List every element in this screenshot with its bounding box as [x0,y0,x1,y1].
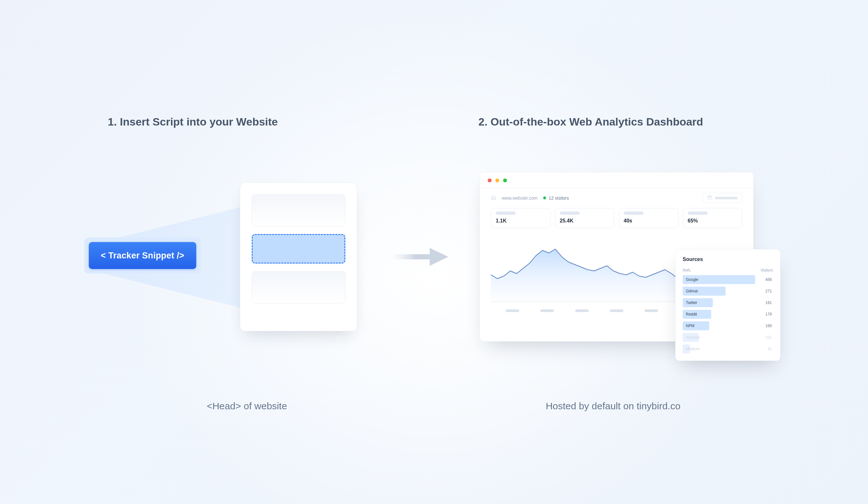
live-visitors: 12 visitors [543,195,569,201]
kpi-value: 25.4K [560,218,610,224]
kpi-label-placeholder [624,212,643,215]
sources-col-ref: Refs [683,268,691,273]
source-name: Twitter [683,301,697,305]
website-head-illustration [240,182,357,331]
caption-left: <Head> of website [207,401,287,412]
date-range-picker[interactable] [703,193,742,203]
sources-card: Sources Refs Visitors Google456GitHub271… [675,249,781,361]
source-name: NPM [683,324,694,328]
window-zoom-icon [503,179,507,182]
status-dot-icon [543,196,546,199]
kpi-card[interactable]: 40s [619,208,679,228]
kpi-card[interactable]: 25.4K [555,208,615,228]
kpi-value: 40s [624,218,674,224]
step-1-heading: 1. Insert Script into your Website [108,115,278,128]
page-row-placeholder [252,271,345,303]
caption-right: Hosted by default on tinybird.co [546,401,680,412]
xaxis-tick [575,310,589,312]
xaxis-tick [610,310,623,312]
source-row[interactable]: NPM168 [683,321,773,330]
arrow-right-icon [391,246,448,267]
source-row[interactable]: Medium42 [683,344,773,353]
sources-col-val: Visitors [761,268,773,273]
calendar-icon [707,195,712,201]
dashboard-header: www.website.com 12 visitors [480,189,753,205]
window-minimize-icon [495,179,499,182]
site-url: www.website.com [502,195,537,201]
source-value: 42 [768,347,772,351]
source-value: 456 [765,278,772,282]
source-row[interactable]: Twitter191 [683,298,773,307]
kpi-card[interactable]: 1.1K [491,208,550,228]
live-visitors-value: 12 visitors [549,195,569,201]
xaxis-tick [540,310,554,312]
source-row[interactable]: Youtube101 [683,333,773,342]
tracker-snippet-label: < Tracker Snippet /> [101,251,184,261]
source-name: GitHub [683,289,698,293]
kpi-value: 65% [688,218,738,224]
svg-rect-1 [391,254,432,259]
source-row[interactable]: Google456 [683,275,773,284]
tracker-snippet-container: < Tracker Snippet /> [84,238,201,273]
source-value: 179 [765,312,772,316]
kpi-value: 1.1K [496,218,546,224]
source-name: Google [683,278,699,282]
window-close-icon [488,179,492,182]
source-value: 168 [765,324,772,328]
sources-title: Sources [683,256,773,262]
sources-header-row: Refs Visitors [683,268,773,273]
window-titlebar [480,172,753,189]
tracker-snippet-badge: < Tracker Snippet /> [89,242,196,269]
date-range-placeholder [715,197,737,199]
xaxis-tick [644,310,658,312]
page-row-insertion-target [252,234,345,264]
source-name: Youtube [683,335,700,340]
home-icon [491,195,496,201]
xaxis-tick [506,310,519,312]
kpi-row: 1.1K25.4K40s65% [480,205,753,228]
source-name: Medium [683,347,700,351]
svg-rect-3 [708,196,712,199]
page-row-placeholder [252,194,345,226]
source-row[interactable]: GitHub271 [683,287,773,296]
kpi-card[interactable]: 65% [683,208,743,228]
kpi-label-placeholder [560,212,580,215]
step-2-heading: 2. Out-of-the-box Web Analytics Dashboar… [478,115,703,128]
source-name: Reddit [683,312,697,316]
svg-marker-2 [430,248,448,266]
source-value: 191 [765,301,772,305]
kpi-label-placeholder [688,212,708,215]
source-value: 101 [765,335,772,340]
kpi-label-placeholder [496,212,516,215]
source-row[interactable]: Reddit179 [683,310,773,319]
source-value: 271 [765,289,772,293]
